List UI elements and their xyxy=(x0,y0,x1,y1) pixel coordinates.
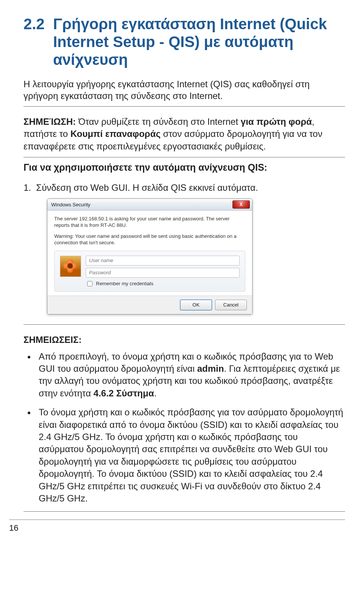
note-item-1: Από προεπιλογή, το όνομα χρήστη και ο κω… xyxy=(36,351,345,400)
b1-p3: . xyxy=(154,388,157,398)
b1-bold1: admin xyxy=(197,363,224,374)
note-bold-1: για πρώτη φορά xyxy=(241,116,312,127)
note-bold-2: Κουμπί επαναφοράς xyxy=(71,129,161,139)
note-text-1: Όταν ρυθμίζετε τη σύνδεση στο Internet xyxy=(76,116,241,127)
remember-checkbox[interactable] xyxy=(87,281,93,286)
cancel-button[interactable]: Cancel xyxy=(215,300,247,310)
username-input[interactable] xyxy=(86,256,240,266)
notes-heading: ΣΗΜΕΙΩΣΕΙΣ: xyxy=(24,335,345,345)
divider xyxy=(24,106,345,107)
remember-label: Remember my credentials xyxy=(96,281,154,286)
subhead: Για να χρησιμοποιήσετε την αυτόματη ανίχ… xyxy=(24,162,345,173)
password-input[interactable] xyxy=(86,268,240,278)
b1-bold2: 4.6.2 Σύστημα xyxy=(94,388,154,398)
notes-list: Από προεπιλογή, το όνομα χρήστη και ο κω… xyxy=(24,351,345,505)
divider xyxy=(24,324,345,325)
dialog-footer: OK Cancel xyxy=(47,295,252,314)
note-block: ΣΗΜΕΊΩΣΗ: Όταν ρυθμίζετε τη σύνδεση στο … xyxy=(24,116,345,152)
dialog-body: The server 192.168.50.1 is asking for yo… xyxy=(47,211,252,295)
credentials-panel: Remember my credentials xyxy=(54,251,245,292)
section-heading: 2.2Γρήγορη εγκατάσταση Internet (Quick I… xyxy=(24,15,345,69)
section-title-text: Γρήγορη εγκατάσταση Internet (Quick Inte… xyxy=(53,15,334,69)
note-label: ΣΗΜΕΊΩΣΗ: xyxy=(24,116,76,127)
close-button[interactable]: X xyxy=(232,200,250,209)
page-number: 16 xyxy=(9,519,345,536)
windows-security-dialog: Windows Security X The server 192.168.50… xyxy=(47,198,253,314)
divider xyxy=(24,157,345,157)
close-icon: X xyxy=(240,202,243,207)
dialog-message-2: Warning: Your user name and password wil… xyxy=(54,233,245,246)
ok-button[interactable]: OK xyxy=(180,300,212,310)
intro-paragraph: Η λειτουργία γρήγορης εγκατάστασης Inter… xyxy=(24,78,345,102)
remember-row[interactable]: Remember my credentials xyxy=(86,280,240,288)
credential-fields: Remember my credentials xyxy=(86,256,240,288)
divider xyxy=(24,511,345,512)
step-1: 1. Σύνδεση στο Web GUI. Η σελίδα QIS εκκ… xyxy=(24,182,345,193)
avatar-icon xyxy=(60,256,81,277)
section-number: 2.2 xyxy=(24,15,53,33)
dialog-titlebar[interactable]: Windows Security X xyxy=(47,199,252,211)
note-item-2: Το όνομα χρήστη και ο κωδικός πρόσβασης … xyxy=(36,406,345,505)
dialog-message-1: The server 192.168.50.1 is asking for yo… xyxy=(54,216,245,229)
dialog-title: Windows Security xyxy=(51,202,90,207)
